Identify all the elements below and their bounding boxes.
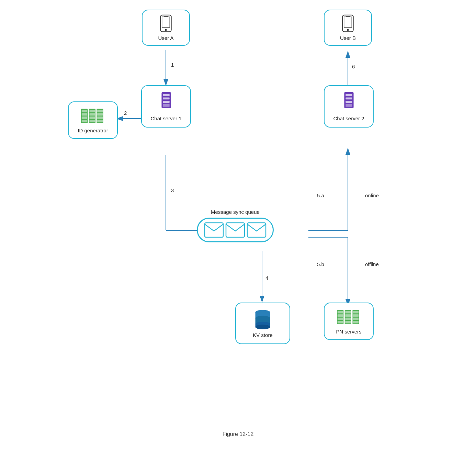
svg-rect-46 <box>97 120 103 122</box>
chat-server-1-label: Chat server 1 <box>150 116 181 121</box>
svg-rect-29 <box>345 97 352 99</box>
svg-rect-28 <box>345 94 352 96</box>
svg-rect-59 <box>337 314 343 317</box>
svg-rect-17 <box>164 16 168 17</box>
kv-store-label: KV store <box>253 332 273 338</box>
svg-rect-58 <box>337 311 343 314</box>
status-online: online <box>365 193 379 198</box>
svg-rect-49 <box>247 223 266 237</box>
svg-rect-26 <box>163 104 169 107</box>
svg-rect-66 <box>345 321 351 323</box>
svg-rect-19 <box>344 17 352 28</box>
svg-rect-45 <box>97 117 103 119</box>
svg-rect-23 <box>163 94 169 96</box>
svg-rect-30 <box>345 101 352 103</box>
svg-point-20 <box>347 29 349 31</box>
id-gen-label: ID generatror <box>78 128 108 133</box>
envelope-3-icon <box>247 222 267 238</box>
svg-rect-44 <box>97 113 103 116</box>
svg-rect-71 <box>353 321 359 323</box>
user-b-label: User B <box>340 35 356 41</box>
phone-a-icon <box>157 14 175 32</box>
arrow-label-3: 3 <box>171 187 174 193</box>
svg-point-56 <box>256 325 270 329</box>
pn-servers-label: PN servers <box>336 329 361 335</box>
id-generator-node: ID generatror <box>68 101 118 139</box>
arrow-label-5b: 5.b <box>317 261 324 267</box>
phone-b-icon <box>339 14 357 32</box>
queue-shape <box>197 218 274 242</box>
svg-rect-31 <box>345 104 352 107</box>
svg-rect-47 <box>205 223 223 237</box>
pn-servers-node: PN servers <box>324 303 374 340</box>
svg-rect-34 <box>81 113 87 116</box>
svg-rect-64 <box>345 314 351 317</box>
svg-rect-40 <box>89 117 95 119</box>
svg-rect-65 <box>345 318 351 320</box>
figure-caption: Figure 12-12 <box>223 431 254 437</box>
svg-rect-21 <box>346 16 350 17</box>
queue-label: Message sync queue <box>211 209 260 215</box>
arrow-label-1: 1 <box>171 62 174 68</box>
svg-rect-61 <box>337 321 343 323</box>
chat-server-2-node: Chat server 2 <box>324 85 374 128</box>
svg-rect-48 <box>226 223 245 237</box>
svg-rect-39 <box>89 113 95 116</box>
svg-rect-63 <box>345 311 351 314</box>
envelope-2-icon <box>225 222 245 238</box>
svg-rect-36 <box>81 120 87 122</box>
status-offline: offline <box>365 261 379 267</box>
chat-server-2-icon <box>340 91 358 113</box>
svg-rect-24 <box>163 97 169 99</box>
svg-rect-69 <box>353 314 359 317</box>
svg-rect-38 <box>89 110 95 112</box>
svg-rect-33 <box>81 110 87 112</box>
arrow-label-4: 4 <box>265 275 268 281</box>
id-gen-icon <box>81 107 105 125</box>
svg-rect-15 <box>162 17 170 28</box>
message-queue-node: Message sync queue <box>197 209 274 242</box>
chat-server-2-label: Chat server 2 <box>333 116 364 121</box>
svg-rect-35 <box>81 117 87 119</box>
arrow-label-6: 6 <box>352 64 355 69</box>
svg-point-16 <box>165 29 167 31</box>
diagram-container: User A User B Chat server 1 <box>49 0 427 447</box>
kv-store-icon <box>252 309 273 329</box>
user-a-node: User A <box>142 10 190 46</box>
svg-rect-60 <box>337 318 343 320</box>
pn-servers-icon <box>337 308 361 326</box>
arrow-label-2: 2 <box>124 110 127 116</box>
arrow-label-5a: 5.a <box>317 193 324 198</box>
svg-rect-25 <box>163 101 169 103</box>
user-a-label: User A <box>158 35 173 41</box>
chat-server-1-node: Chat server 1 <box>141 85 191 128</box>
svg-rect-68 <box>353 311 359 314</box>
kv-store-node: KV store <box>235 303 290 344</box>
svg-rect-70 <box>353 318 359 320</box>
envelope-1-icon <box>204 222 224 238</box>
user-b-node: User B <box>324 10 372 46</box>
chat-server-1-icon <box>157 91 175 113</box>
svg-rect-41 <box>89 120 95 122</box>
svg-rect-43 <box>97 110 103 112</box>
